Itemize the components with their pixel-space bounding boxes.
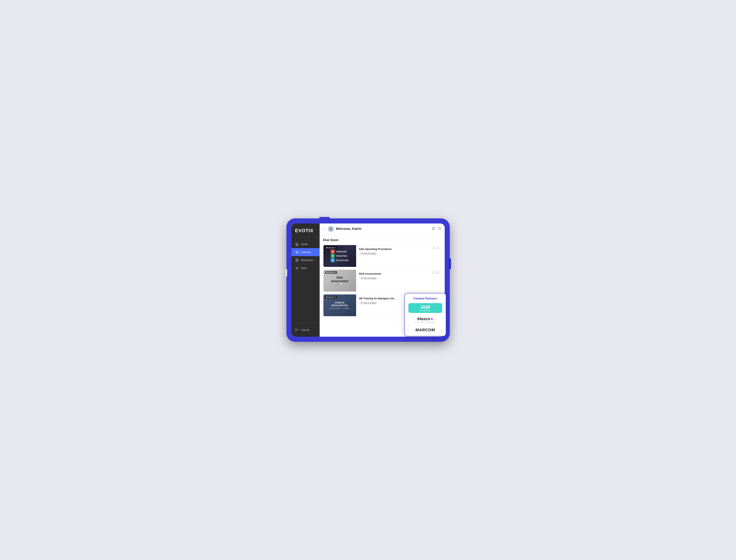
clock-icon-1: ⏱ [361, 253, 363, 255]
sidebar: EVOTIX Home [291, 223, 319, 337]
app-logo: EVOTIX [295, 228, 313, 233]
due-badge-3: ⏱ Due in 8 days [359, 301, 378, 305]
sidebar-item-label-logout: Log out [301, 328, 309, 331]
sidebar-item-label-more: More [301, 267, 307, 270]
sidebar-bottom: Log out [291, 323, 319, 337]
page-title: Welcome, Katrin [336, 227, 430, 231]
mission-badge-1: ▣ Mission 1 [325, 247, 337, 249]
badge-icon-2: ▣ [326, 272, 327, 273]
mission-badge-3: ▣ Mission 3 [325, 296, 337, 298]
due-badge-1: ⏱ Due in 2 days [359, 252, 378, 255]
course-info-risk: Risk Assessments ⏱ Due in 2 days [356, 270, 431, 282]
course-thumbnail-sop: S TANDARD O PERATING P R [323, 245, 356, 267]
ihasco-dot: ● [431, 316, 433, 321]
iam-logo: iAM LEARNING [409, 303, 442, 313]
sidebar-item-logout[interactable]: Log out [291, 326, 319, 334]
section-title: Due Soon [323, 238, 441, 242]
iam-text: iAM [411, 305, 440, 310]
due-badge-2: ⏱ Due in 2 days [359, 277, 378, 280]
bookmark-icon[interactable] [432, 227, 435, 231]
back-button[interactable]: ‹ [323, 226, 326, 231]
marcom-logo: MARCOM [409, 326, 442, 332]
log-out-icon [295, 328, 299, 332]
sidebar-item-label-home: Home [301, 243, 308, 246]
svg-line-8 [440, 229, 441, 229]
course-title-2: Risk Assessments [359, 272, 428, 275]
sidebar-item-home[interactable]: Home [291, 240, 319, 248]
sidebar-item-resources[interactable]: Resources [291, 256, 319, 264]
menu-icon [295, 266, 299, 270]
svg-point-7 [438, 227, 440, 229]
course-card-2[interactable]: RiskAssessment ⚙ 💡 📊 ▣ Mission 2 Risk As… [323, 270, 441, 292]
tablet-outer-frame: EVOTIX Home [286, 218, 450, 342]
ihasco-text: iHasco [417, 317, 430, 321]
clock-icon-3: ⏱ [361, 302, 363, 304]
cp-title: Content Partners [409, 297, 442, 300]
content-partners-card: Content Partners iAM LEARNING iHasco ● A… [405, 293, 446, 336]
ihasco-sub: A CITATION COMPANY [409, 321, 442, 323]
side-button [449, 258, 451, 269]
card-actions-1 [431, 245, 441, 252]
badge-icon-1: ▣ [326, 247, 327, 249]
sidebar-item-label-resources: Resources [301, 259, 313, 262]
course-info-sop: Safe Operating Procedures ⏱ Due in 2 day… [356, 245, 431, 258]
bookmark-icon-2[interactable] [437, 271, 440, 275]
iam-sub: LEARNING [411, 310, 440, 311]
avatar [328, 226, 334, 232]
sidebar-item-label-learning: Learning [301, 251, 311, 254]
info-icon-2[interactable] [432, 271, 435, 275]
svg-point-6 [330, 228, 331, 229]
home-icon [295, 242, 299, 246]
sidebar-nav: Home Learning [291, 237, 319, 323]
bookmark-icon-1[interactable] [437, 247, 440, 250]
badge-icon-3: ▣ [326, 296, 327, 298]
info-icon-1[interactable] [432, 247, 435, 250]
marcom-text: MARCOM [416, 328, 435, 332]
graduation-cap-icon [295, 250, 299, 254]
clock-icon-2: ⏱ [361, 277, 363, 279]
card-actions-2 [431, 270, 441, 276]
course-thumbnail-risk: RiskAssessment ⚙ 💡 📊 ▣ Mission 2 [323, 270, 356, 292]
file-text-icon [295, 258, 299, 262]
course-card[interactable]: S TANDARD O PERATING P R [323, 245, 441, 267]
topbar-actions [432, 227, 441, 231]
sidebar-item-learning[interactable]: Learning [291, 248, 319, 256]
course-thumbnail-hr: HUMANRESOURCES MANAGEMENT · CAREER ▣ Mis… [323, 294, 356, 316]
sidebar-logo: EVOTIX [291, 223, 319, 237]
course-title-1: Safe Operating Procedures [359, 248, 428, 251]
ihasco-logo: iHasco ● A CITATION COMPANY [409, 315, 442, 324]
sidebar-item-more[interactable]: More [291, 264, 319, 272]
search-icon[interactable] [438, 227, 441, 231]
side-scroll-bar [285, 269, 287, 276]
mission-badge-2: ▣ Mission 2 [325, 271, 337, 274]
topbar: ‹ Welcome, Katrin [319, 223, 445, 235]
